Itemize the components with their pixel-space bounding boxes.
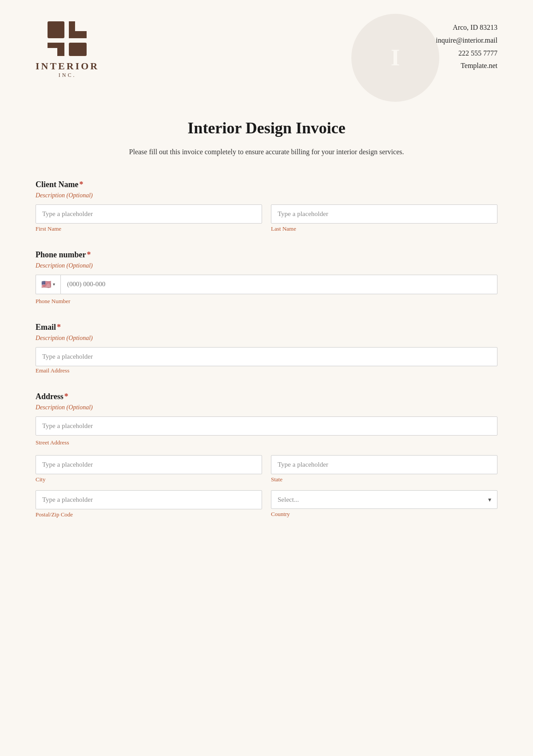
phone-section: Phone number* Description (Optional) 🇺🇸 … xyxy=(36,250,497,305)
email-label: Email* xyxy=(36,323,497,332)
zip-input[interactable] xyxy=(36,490,262,509)
flag-icon: 🇺🇸 xyxy=(41,280,51,289)
company-email: inquire@interior.mail xyxy=(436,34,497,47)
svg-text:I: I xyxy=(391,44,400,70)
street-address-input[interactable] xyxy=(36,416,497,436)
state-input[interactable] xyxy=(271,455,497,474)
email-input[interactable] xyxy=(36,347,497,366)
zip-field: Postal/Zip Code xyxy=(36,490,262,518)
client-name-label: Client Name* xyxy=(36,180,497,189)
company-subname: INC. xyxy=(59,72,76,79)
email-sublabel: Email Address xyxy=(36,367,69,374)
address-section: Address* Description (Optional) Street A… xyxy=(36,392,497,518)
page: INTERIOR INC. I Arco, ID 83213 inquire@i… xyxy=(0,0,533,756)
required-star-phone: * xyxy=(87,250,91,259)
street-sublabel: Street Address xyxy=(36,439,69,446)
required-star-email: * xyxy=(57,323,61,332)
country-sublabel: Country xyxy=(271,511,497,518)
last-name-input[interactable] xyxy=(271,204,497,224)
street-sublabel-row: Street Address xyxy=(36,438,497,446)
client-name-row: First Name Last Name xyxy=(36,204,497,232)
company-address: Arco, ID 83213 xyxy=(436,21,497,34)
phone-row: 🇺🇸 ▾ xyxy=(36,275,497,294)
phone-input[interactable] xyxy=(60,275,497,294)
country-field: Select... United States Canada United Ki… xyxy=(271,490,497,518)
company-name: INTERIOR xyxy=(36,60,99,72)
required-star: * xyxy=(79,180,83,189)
logo-area: INTERIOR INC. xyxy=(36,21,99,79)
company-phone: 222 555 7777 xyxy=(436,47,497,60)
header: INTERIOR INC. I Arco, ID 83213 inquire@i… xyxy=(0,0,533,92)
watermark: I xyxy=(346,9,444,107)
zip-country-row: Postal/Zip Code Select... United States … xyxy=(36,490,497,518)
company-info: Arco, ID 83213 inquire@interior.mail 222… xyxy=(436,21,497,72)
last-name-field: Last Name xyxy=(271,204,497,232)
phone-sublabel: Phone Number xyxy=(36,298,70,304)
phone-flag-selector[interactable]: 🇺🇸 ▾ xyxy=(36,275,60,294)
address-description: Description (Optional) xyxy=(36,404,497,411)
svg-rect-3 xyxy=(48,48,57,56)
city-field: City xyxy=(36,455,262,483)
svg-rect-0 xyxy=(48,21,64,38)
client-name-section: Client Name* Description (Optional) Firs… xyxy=(36,180,497,232)
city-sublabel: City xyxy=(36,476,262,483)
phone-label: Phone number* xyxy=(36,250,497,260)
svg-rect-2 xyxy=(75,21,87,31)
main-content: Interior Design Invoice Please fill out … xyxy=(0,92,533,563)
city-input[interactable] xyxy=(36,455,262,474)
invoice-description: Please fill out this invoice completely … xyxy=(115,146,418,158)
street-address-row xyxy=(36,416,497,436)
client-name-description: Description (Optional) xyxy=(36,192,497,199)
phone-description: Description (Optional) xyxy=(36,262,497,269)
country-select-wrapper: Select... United States Canada United Ki… xyxy=(271,490,497,509)
state-field: State xyxy=(271,455,497,483)
address-label: Address* xyxy=(36,392,497,401)
invoice-title: Interior Design Invoice xyxy=(36,119,497,137)
country-select[interactable]: Select... United States Canada United Ki… xyxy=(271,490,497,509)
first-name-field: First Name xyxy=(36,204,262,232)
company-website: Template.net xyxy=(436,60,497,72)
first-name-input[interactable] xyxy=(36,204,262,224)
last-name-sublabel: Last Name xyxy=(271,225,497,232)
logo-icon xyxy=(48,21,88,57)
email-description: Description (Optional) xyxy=(36,335,497,342)
state-sublabel: State xyxy=(271,476,497,483)
chevron-down-icon: ▾ xyxy=(53,282,55,287)
svg-rect-4 xyxy=(69,43,87,56)
zip-sublabel: Postal/Zip Code xyxy=(36,511,262,518)
city-state-row: City State xyxy=(36,455,497,483)
email-section: Email* Description (Optional) Email Addr… xyxy=(36,323,497,374)
first-name-sublabel: First Name xyxy=(36,225,262,232)
required-star-address: * xyxy=(64,392,68,401)
